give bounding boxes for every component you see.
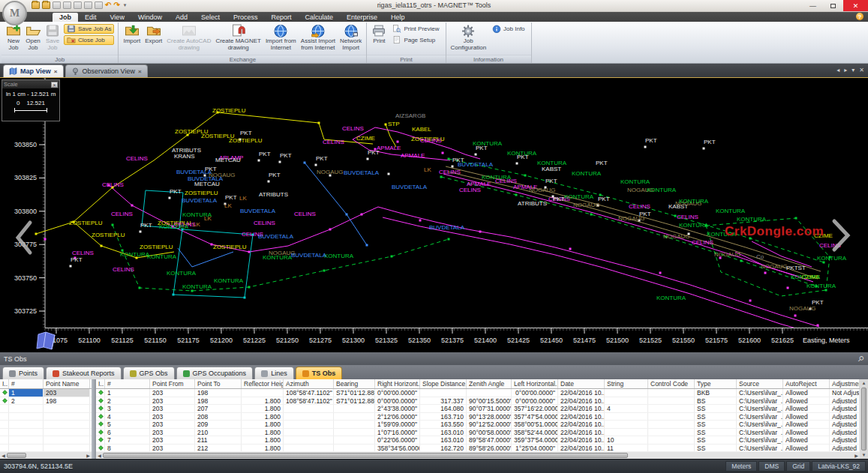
column-header[interactable]: Slope Distance... (420, 379, 467, 388)
tab-close-icon[interactable]: ✕ (859, 67, 864, 73)
column-header[interactable]: String (605, 379, 648, 388)
ribbon-button-export[interactable]: Export (143, 23, 164, 45)
view-tab-map-view[interactable]: Map View× (3, 64, 64, 77)
menu-item-edit[interactable]: Edit (78, 13, 104, 22)
table-row[interactable]: 62032101.8001°07'16.0000"163.01090°00'58… (96, 429, 860, 437)
view-tab-close-icon[interactable]: × (138, 68, 142, 75)
column-header[interactable]: # (105, 379, 150, 388)
column-header[interactable]: Source (737, 379, 783, 388)
column-header[interactable]: Azimuth (284, 379, 334, 388)
panel-tab-points[interactable]: Points (2, 367, 44, 379)
panel-tab-ts-obs[interactable]: TS Obs (296, 367, 343, 379)
scale-title: Scale (4, 81, 18, 88)
close-button[interactable]: ✕ (843, 0, 868, 11)
map-view[interactable]: 303850303825303800303775303750303725ZOST… (0, 78, 868, 352)
column-header[interactable]: Point From (150, 379, 195, 388)
table-row[interactable]: 1203198108°58'47.1102"S71°01'12.8898"E0°… (96, 389, 860, 397)
map-layer-label: CELINS (111, 211, 133, 217)
horizontal-scroll-thumb[interactable] (103, 453, 628, 458)
help-icon[interactable]: ? (856, 13, 863, 20)
ribbon-button-gear[interactable]: Job Configuration (449, 23, 488, 52)
scroll-left-icon[interactable]: ◀ (96, 453, 103, 458)
ribbon-button-save-as[interactable]: Save Job As (64, 24, 114, 34)
menu-item-help[interactable]: Help (384, 13, 412, 22)
ribbon-button-globe-arrows[interactable]: Assist Import from Internet (299, 23, 337, 52)
panel-tab-gps-occupations[interactable]: GPS Occupations (176, 367, 254, 379)
ribbon-button-close-job[interactable]: Close Job (64, 35, 114, 45)
app-logo-icon[interactable]: M (2, 1, 27, 25)
menu-item-select[interactable]: Select (194, 13, 227, 22)
table-row[interactable]: 2198 (0, 397, 92, 406)
table-row[interactable]: 82032121.800358°34'56.0000"162.72089°58'… (96, 445, 860, 453)
ribbon-button-magnet-doc[interactable]: Create MAGNET drawing (214, 23, 262, 52)
column-header[interactable]: Left Horizontal... (512, 379, 558, 388)
menu-item-view[interactable]: View (104, 13, 131, 22)
column-header[interactable]: I.. (0, 379, 9, 388)
map-canvas[interactable]: 303850303825303800303775303750303725ZOST… (0, 78, 868, 328)
column-header[interactable]: Bearing (334, 379, 375, 388)
maximize-button[interactable] (823, 0, 843, 11)
horizontal-scrollbar[interactable]: ◀▶ (96, 452, 860, 459)
ribbon-button-preview[interactable]: Print Preview (390, 24, 441, 34)
menu-item-enterprise[interactable]: Enterprise (340, 13, 384, 22)
panel-tab-stakeout-reports[interactable]: Stakeout Reports (46, 367, 122, 379)
scroll-down-icon[interactable]: ▼ (862, 452, 866, 458)
table-row[interactable]: 42032081.8002°12'06.0000"163.71090°13'28… (96, 413, 860, 421)
column-header[interactable]: Zenith Angle (467, 379, 512, 388)
scroll-left-icon[interactable]: ◀ (0, 453, 7, 458)
scroll-right-icon[interactable]: ▶ (85, 453, 92, 458)
panel-tab-gps-obs[interactable]: GPS Obs (123, 367, 175, 379)
menu-item-job[interactable]: Job (53, 13, 78, 22)
status-segment-latvia-lks_92[interactable]: Latvia-LKS_92 (812, 461, 866, 472)
ribbon-button-open-job[interactable]: Open Job (24, 23, 42, 52)
status-segment-meters[interactable]: Meters (725, 461, 757, 472)
ribbon-button-page-setup[interactable]: Page Setup (390, 35, 441, 45)
minimize-button[interactable]: — (803, 0, 823, 11)
column-header[interactable]: Right Horizont... (375, 379, 420, 388)
pin-icon[interactable]: ⚲ (856, 354, 866, 364)
column-header[interactable]: Point To (195, 379, 242, 388)
menu-item-report[interactable]: Report (264, 13, 298, 22)
table-row[interactable]: 1203 (0, 389, 92, 397)
column-header[interactable]: Date (558, 379, 605, 388)
scale-close-icon[interactable]: × (51, 82, 58, 88)
view-tab-close-icon[interactable]: × (54, 68, 58, 75)
horizontal-scrollbar[interactable]: ◀▶ (0, 452, 92, 459)
map-layer-label: KONTURA (147, 253, 177, 260)
column-header[interactable]: AutoReject (783, 379, 830, 388)
table-row[interactable]: 32032071.8002°43'38.0000"164.08090°07'31… (96, 405, 860, 413)
pan-right-chevron-icon[interactable] (834, 221, 848, 250)
ribbon-button-import[interactable]: Import (122, 23, 142, 45)
ribbon-button-info[interactable]: Job Info (490, 24, 527, 34)
tab-scroll-right-icon[interactable]: ▸ (844, 67, 847, 73)
column-header[interactable]: Reflector Heig... (242, 379, 284, 388)
ribbon-button-globe-net[interactable]: Network Import (338, 23, 363, 52)
scroll-right-icon[interactable]: ▶ (853, 453, 860, 458)
tab-menu-icon[interactable]: ▾ (851, 67, 854, 73)
ribbon-button-printer[interactable]: Print (370, 23, 388, 45)
status-segment-dms[interactable]: DMS (758, 461, 785, 472)
scroll-up-icon[interactable]: ▲ (862, 380, 866, 386)
column-header[interactable]: Control Code (648, 379, 695, 388)
vertical-scroll-thumb[interactable] (861, 388, 866, 451)
ribbon-button-globe[interactable]: Import from Internet (264, 23, 298, 52)
vertical-scrollbar[interactable]: ▲ ▼ (860, 379, 868, 459)
ribbon-button-new-job[interactable]: New Job (5, 23, 23, 52)
column-header[interactable]: # (9, 379, 44, 388)
horizontal-scroll-thumb[interactable] (7, 453, 26, 458)
panel-tab-lines[interactable]: Lines (254, 367, 294, 379)
column-header[interactable]: I.. (96, 379, 105, 388)
column-header[interactable]: Type (695, 379, 737, 388)
menu-item-process[interactable]: Process (227, 13, 265, 22)
status-segment-grid[interactable]: Grid (786, 461, 810, 472)
view-tab-observation-view[interactable]: Observation View× (65, 64, 148, 77)
table-row[interactable]: 72032111.8000°22'06.0000"163.01089°58'47… (96, 436, 860, 445)
menu-item-calculate[interactable]: Calculate (298, 13, 340, 22)
tab-scroll-left-icon[interactable]: ◂ (836, 67, 839, 73)
table-row[interactable]: 22031981.800108°58'47.1102"S71°01'12.889… (96, 397, 860, 406)
menu-item-add[interactable]: Add (169, 13, 194, 22)
table-row[interactable]: 52032091.8001°59'09.0000"163.55090°12'52… (96, 421, 860, 429)
menu-item-window[interactable]: Window (131, 13, 169, 22)
column-header[interactable]: Point Name (44, 379, 90, 388)
column-header[interactable]: Adjustment (830, 379, 860, 388)
